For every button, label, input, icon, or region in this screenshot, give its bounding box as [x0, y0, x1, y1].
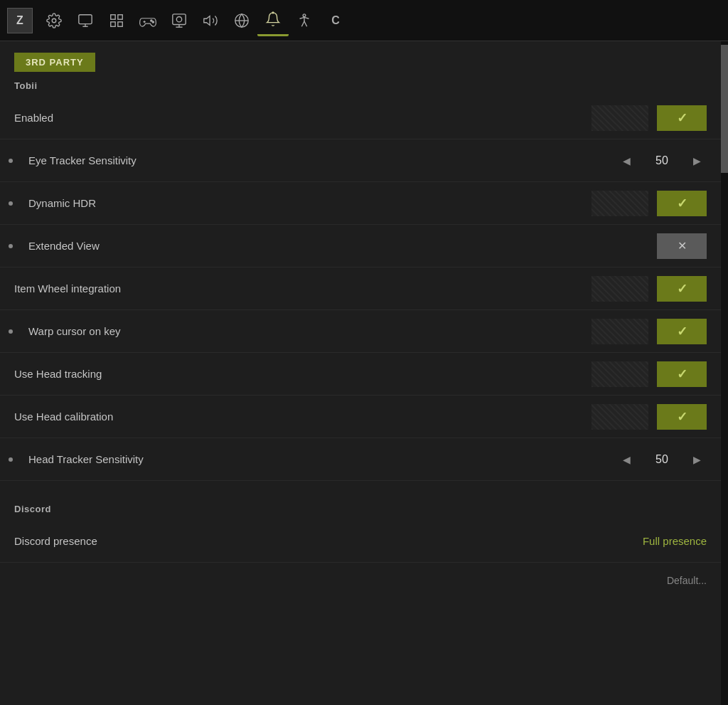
head-calibration-row: Use Head calibration — [0, 396, 721, 438]
scrollbar-thumb[interactable] — [721, 45, 728, 173]
item-wheel-toggle[interactable] — [657, 276, 707, 302]
head-tracker-decrement[interactable]: ◀ — [617, 451, 636, 468]
svg-point-18 — [303, 14, 306, 16]
z-button[interactable]: Z — [7, 8, 33, 33]
enabled-label: Enabled — [14, 112, 592, 124]
head-calibration-hatch — [592, 404, 648, 430]
head-calibration-toggle[interactable] — [657, 404, 707, 430]
dynamic-hdr-dot — [9, 201, 13, 206]
discord-section-header: Discord — [0, 495, 721, 520]
warp-cursor-control — [592, 319, 707, 344]
svg-rect-6 — [111, 21, 115, 26]
head-calibration-control — [592, 404, 707, 430]
eye-tracker-increment[interactable]: ▶ — [687, 152, 707, 169]
warp-cursor-row: Warp cursor on key — [0, 310, 721, 353]
warp-cursor-dot — [9, 329, 13, 334]
eye-tracker-value: 50 — [648, 154, 676, 167]
svg-point-13 — [176, 16, 181, 21]
discord-partial-value: Default... — [667, 575, 707, 586]
party-section-tab: 3rd PARTY — [14, 53, 95, 72]
c-icon-label: C — [331, 14, 340, 27]
settings-panel[interactable]: 3rd PARTY Tobii Enabled Eye Tracker Sens… — [0, 41, 721, 705]
eye-tracker-sensitivity-label: Eye Tracker Sensitivity — [28, 154, 617, 166]
enabled-hatch — [592, 105, 648, 131]
discord-partial-row: Default... — [0, 563, 721, 598]
head-calibration-label: Use Head calibration — [14, 410, 592, 423]
eye-tracker-dot — [9, 159, 13, 163]
head-tracker-value: 50 — [648, 453, 676, 466]
extended-view-toggle[interactable] — [657, 233, 707, 259]
svg-marker-14 — [204, 16, 210, 25]
head-tracker-increment[interactable]: ▶ — [687, 451, 707, 468]
warp-cursor-label: Warp cursor on key — [28, 325, 592, 337]
eye-tracker-sensitivity-row: Eye Tracker Sensitivity ◀ 50 ▶ — [0, 139, 721, 182]
scrollbar-track[interactable] — [721, 41, 728, 705]
grid-nav-icon[interactable] — [101, 5, 132, 36]
svg-rect-4 — [111, 14, 115, 18]
dynamic-hdr-control — [592, 191, 707, 216]
head-tracker-stepper: ◀ 50 ▶ — [617, 451, 707, 468]
extended-view-label: Extended View — [28, 240, 657, 252]
accessibility-nav-icon[interactable] — [289, 5, 320, 36]
speaker-nav-icon[interactable] — [195, 5, 226, 36]
globe-nav-icon[interactable] — [226, 5, 257, 36]
gear-nav-icon[interactable] — [38, 5, 70, 36]
item-wheel-hatch — [592, 276, 648, 302]
dynamic-hdr-row: Dynamic HDR — [0, 182, 721, 225]
svg-rect-5 — [118, 14, 122, 18]
top-nav: Z — [0, 0, 728, 41]
svg-rect-7 — [118, 21, 122, 26]
warp-cursor-hatch — [592, 319, 648, 344]
gamepad-nav-icon[interactable] — [132, 5, 164, 36]
c-nav-icon[interactable]: C — [320, 5, 351, 36]
main-content: 3rd PARTY Tobii Enabled Eye Tracker Sens… — [0, 41, 728, 705]
extended-view-row: Extended View — [0, 225, 721, 267]
eye-tracker-stepper: ◀ 50 ▶ — [617, 152, 707, 169]
extended-view-dot — [9, 244, 13, 248]
head-tracking-toggle[interactable] — [657, 361, 707, 387]
dynamic-hdr-label: Dynamic HDR — [28, 197, 592, 209]
head-tracker-sensitivity-label: Head Tracker Sensitivity — [28, 453, 617, 465]
head-tracking-label: Use Head tracking — [14, 368, 592, 380]
enabled-row: Enabled — [0, 97, 721, 139]
svg-rect-1 — [79, 14, 92, 23]
dynamic-hdr-hatch — [592, 191, 648, 216]
dynamic-hdr-toggle[interactable] — [657, 191, 707, 216]
item-wheel-row: Item Wheel integration — [0, 267, 721, 310]
spacer — [0, 481, 721, 495]
head-tracker-dot — [9, 457, 13, 462]
item-wheel-label: Item Wheel integration — [14, 282, 592, 295]
svg-point-0 — [52, 18, 56, 23]
svg-point-10 — [151, 19, 152, 21]
discord-presence-row: Discord presence Full presence — [0, 520, 721, 563]
discord-presence-value: Full presence — [643, 535, 707, 547]
head-tracking-hatch — [592, 361, 648, 387]
display-nav-icon[interactable] — [70, 5, 101, 36]
tobii-section-header: Tobii — [0, 72, 721, 97]
bell-nav-icon[interactable] — [257, 5, 289, 36]
discord-presence-label: Discord presence — [14, 535, 643, 547]
head-tracking-control — [592, 361, 707, 387]
svg-point-17 — [272, 12, 274, 14]
enabled-toggle[interactable] — [657, 105, 707, 131]
head-tracking-row: Use Head tracking — [0, 353, 721, 396]
warp-cursor-toggle[interactable] — [657, 319, 707, 344]
svg-rect-12 — [173, 14, 186, 24]
monitor-nav-icon[interactable] — [164, 5, 195, 36]
head-tracker-sensitivity-row: Head Tracker Sensitivity ◀ 50 ▶ — [0, 438, 721, 481]
enabled-control — [592, 105, 707, 131]
eye-tracker-decrement[interactable]: ◀ — [617, 152, 636, 169]
svg-point-11 — [152, 21, 154, 22]
item-wheel-control — [592, 276, 707, 302]
extended-view-control — [657, 233, 707, 259]
